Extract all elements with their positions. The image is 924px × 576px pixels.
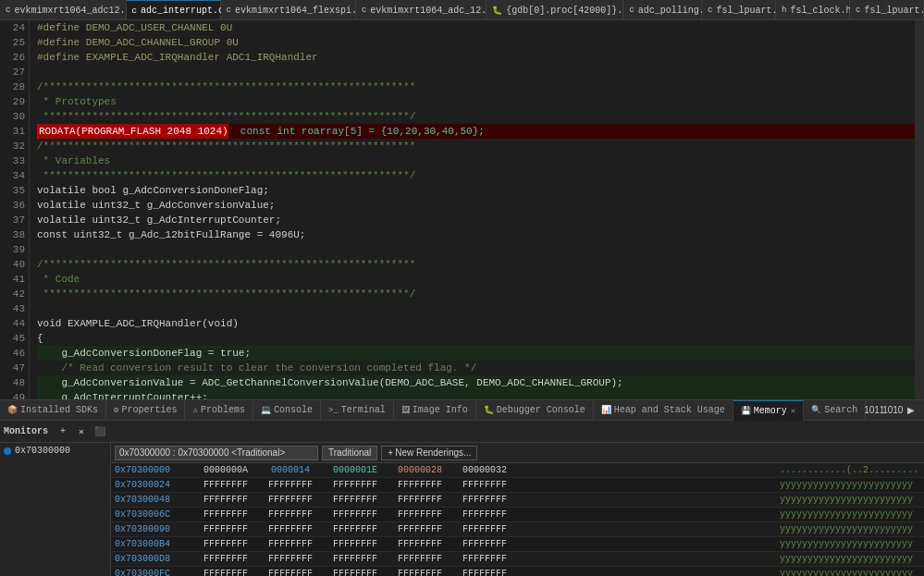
mem-cell[interactable]: FFFFFFFF [259, 524, 322, 534]
table-row: 0x703000D8FFFFFFFFFFFFFFFFFFFFFFFFFFFFFF… [111, 552, 924, 567]
table-row: 0x703000B4FFFFFFFFFFFFFFFFFFFFFFFFFFFFFF… [111, 537, 924, 552]
mem-cell[interactable]: FFFFFFFF [453, 524, 516, 534]
mem-cell[interactable]: FFFFFFFF [324, 524, 387, 534]
tab-evkmimxrt1064-flexspi[interactable]: c evkmimxrt1064_flexspi... ✕ [221, 0, 356, 20]
tab-adc-interrupt[interactable]: c adc_interrupt.c ✕ [127, 0, 221, 20]
mem-cell[interactable]: FFFFFFFF [388, 524, 451, 534]
tab-installed-sdks[interactable]: 📦 Installed SDKs [0, 400, 106, 421]
mem-cell[interactable]: FFFFFFFF [194, 569, 257, 576]
problems-icon: ⚠ [192, 405, 197, 415]
mem-cell[interactable]: FFFFFFFF [453, 539, 516, 549]
mem-cell[interactable]: FFFFFFFF [259, 569, 322, 576]
new-renderings-btn[interactable]: + New Renderings... [381, 446, 477, 460]
code-content[interactable]: #define DEMO_ADC_USER_CHANNEL 0U#define … [30, 20, 915, 399]
mem-cell[interactable]: FFFFFFFF [453, 480, 516, 490]
mem-cell[interactable]: FFFFFFFF [324, 509, 387, 520]
monitor-item[interactable]: 0x70300000 [2, 445, 108, 457]
editor-scrollbar[interactable] [915, 20, 924, 399]
tab-fsl-clock[interactable]: h fsl_clock.h [776, 0, 850, 20]
clear-monitor-btn[interactable]: ⬛ [92, 424, 107, 439]
tab-terminal[interactable]: >_ Terminal [321, 400, 394, 421]
mem-cell[interactable]: 00000028 [388, 465, 451, 475]
tab-adc-polling[interactable]: c adc_polling.c [623, 0, 702, 20]
mem-cell[interactable]: FFFFFFFF [324, 495, 387, 505]
mem-cell[interactable]: FFFFFFFF [194, 480, 257, 490]
mem-cell[interactable]: FFFFFFFF [388, 554, 451, 564]
line-number: 36 [0, 198, 25, 213]
add-monitor-btn[interactable]: + [55, 424, 70, 439]
remove-monitor-btn[interactable]: ✕ [74, 424, 89, 439]
code-line: /***************************************… [37, 80, 915, 94]
mem-cell[interactable]: 0000000A [194, 465, 257, 475]
mem-cell[interactable]: FFFFFFFF [388, 509, 451, 520]
mem-cell[interactable]: FFFFFFFF [388, 539, 451, 549]
code-line: volatile uint32_t g_AdcInterruptCounter; [37, 213, 915, 227]
mem-data: FFFFFFFFFFFFFFFFFFFFFFFFFFFFFFFFFFFFFFFF [194, 509, 776, 520]
mem-cell[interactable]: 0000014 [259, 465, 322, 475]
tab-console[interactable]: 💻 Console [253, 400, 321, 421]
toolbar-btn-1010[interactable]: 1010 [884, 402, 901, 419]
mem-cell[interactable]: FFFFFFFF [194, 495, 257, 505]
mem-cell[interactable]: FFFFFFFF [324, 569, 387, 576]
memory-address-bar: Traditional + New Renderings... [111, 443, 924, 463]
mem-cell[interactable]: 0000001E [324, 465, 387, 475]
line-number: 33 [0, 153, 25, 168]
tab-evkmimxrt1064-adc12[interactable]: c evkmimxrt1064_adc12... ✕ [0, 0, 127, 20]
tab-debugger-console[interactable]: 🐛 Debugger Console [476, 400, 594, 421]
toolbar-btn-play[interactable]: ▶ [903, 402, 919, 419]
tab-gdb-proc[interactable]: 🐛 {gdb[0].proc[42000]}.t... [487, 0, 623, 20]
bottom-tab-bar: 📦 Installed SDKs ⚙ Properties ⚠ Problems… [0, 400, 924, 421]
line-number: 43 [0, 301, 25, 316]
mem-address: 0x70300048 [111, 495, 194, 505]
mem-cell[interactable]: FFFFFFFF [259, 554, 322, 564]
mem-cell[interactable]: FFFFFFFF [194, 509, 257, 520]
tab-problems[interactable]: ⚠ Problems [185, 400, 253, 421]
mem-cell[interactable]: FFFFFFFF [194, 539, 257, 549]
mem-cell[interactable]: FFFFFFFF [453, 554, 516, 564]
search-icon: 🔍 [811, 405, 821, 415]
editor-area: 2425262728293031323334353637383940414243… [0, 20, 924, 399]
mem-cell[interactable]: FFFFFFFF [453, 495, 516, 505]
line-number: 40 [0, 257, 25, 272]
mem-cell[interactable]: 00000032 [453, 465, 516, 475]
tab-image-info[interactable]: 🖼 Image Info [394, 400, 476, 421]
mem-cell[interactable]: FFFFFFFF [324, 539, 387, 549]
tab-heap-stack[interactable]: 📊 Heap and Stack Usage [594, 400, 733, 421]
line-number: 45 [0, 331, 25, 346]
memory-tab-close[interactable]: ✕ [791, 406, 795, 416]
code-line: ****************************************… [37, 168, 915, 183]
mem-ascii: yyyyyyyyyyyyyyyyyyyyyyyy [776, 554, 924, 564]
h-file-icon: h [782, 6, 786, 15]
line-number: 31 [0, 124, 25, 139]
mem-cell[interactable]: FFFFFFFF [194, 524, 257, 534]
line-number: 25 [0, 35, 25, 50]
code-line: ****************************************… [37, 287, 915, 301]
monitor-sidebar: 0x70300000 [0, 443, 111, 576]
tab-evkmimxrt1064-adc12-2[interactable]: c evkmimxrt1064_adc_12... ✕ [356, 0, 487, 20]
mem-cell[interactable]: FFFFFFFF [324, 480, 387, 490]
mem-cell[interactable]: FFFFFFFF [453, 509, 516, 520]
mem-cell[interactable]: FFFFFFFF [259, 480, 322, 490]
mem-cell[interactable]: FFFFFFFF [324, 554, 387, 564]
memory-address-input[interactable] [115, 446, 318, 460]
mem-cell[interactable]: FFFFFFFF [259, 509, 322, 520]
mem-cell[interactable]: FFFFFFFF [259, 495, 322, 505]
mem-cell[interactable]: FFFFFFFF [388, 495, 451, 505]
toolbar-btn-1011[interactable]: 1011 [866, 402, 882, 419]
tab-fsl-lpuart[interactable]: c fsl_lpuart.c [702, 0, 776, 20]
mem-cell[interactable]: FFFFFFFF [453, 569, 516, 576]
terminal-icon: >_ [328, 406, 339, 415]
mem-cell[interactable]: FFFFFFFF [388, 480, 451, 490]
mem-cell[interactable]: FFFFFFFF [259, 539, 322, 549]
tab-memory[interactable]: 💾 Memory ✕ [733, 400, 804, 421]
mem-cell[interactable]: FFFFFFFF [194, 554, 257, 564]
tab-fsl-lpuart-2[interactable]: c fsl_lpuart.c [850, 0, 924, 20]
code-line: void EXAMPLE_ADC_IRQHandler(void) [37, 316, 915, 331]
line-number: 38 [0, 227, 25, 242]
mem-cell[interactable]: FFFFFFFF [388, 569, 451, 576]
traditional-btn[interactable]: Traditional [322, 446, 377, 460]
tab-search[interactable]: 🔍 Search [804, 400, 866, 421]
memory-icon: 💾 [741, 406, 751, 416]
tab-properties[interactable]: ⚙ Properties [106, 400, 185, 421]
table-row: 0x7030006CFFFFFFFFFFFFFFFFFFFFFFFFFFFFFF… [111, 508, 924, 522]
